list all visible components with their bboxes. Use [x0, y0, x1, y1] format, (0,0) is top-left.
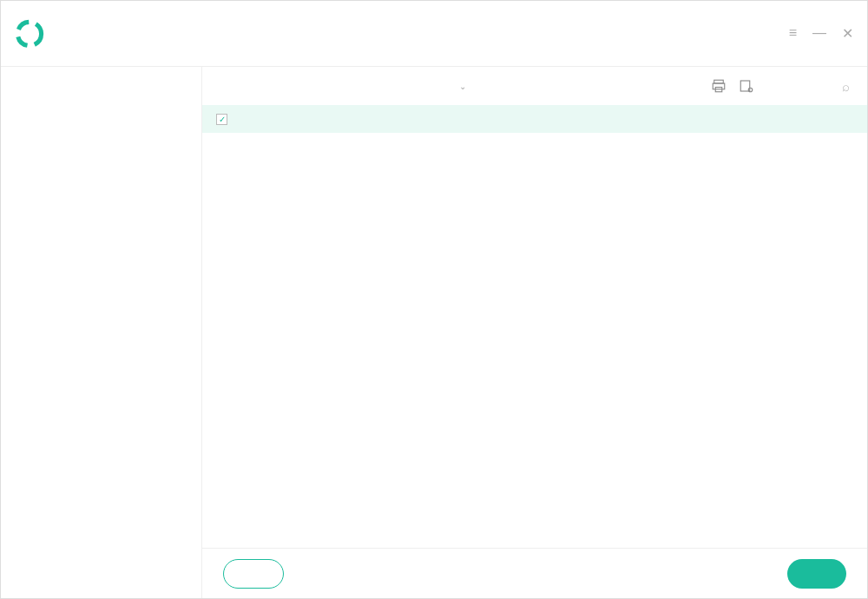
- print-icon[interactable]: [710, 77, 727, 95]
- sidebar[interactable]: [1, 67, 202, 598]
- svg-rect-2: [713, 83, 725, 89]
- content-pane: ⌄ ⌕: [202, 67, 867, 598]
- search-input[interactable]: [766, 80, 835, 92]
- app-window: ≡ — ✕ ⌄ ⌕: [0, 0, 868, 599]
- logo-icon: [15, 19, 44, 49]
- recover-button[interactable]: [787, 559, 846, 589]
- svg-point-5: [748, 88, 753, 92]
- table-rows[interactable]: [202, 133, 867, 548]
- back-button[interactable]: [223, 559, 284, 589]
- filter-dropdown[interactable]: ⌄: [220, 82, 700, 91]
- titlebar: ≡ — ✕: [1, 1, 867, 67]
- search-box[interactable]: ⌕: [766, 79, 850, 94]
- close-icon[interactable]: ✕: [842, 25, 853, 42]
- logo: [15, 19, 240, 49]
- search-icon[interactable]: ⌕: [842, 79, 850, 94]
- window-controls: ≡ — ✕: [789, 25, 853, 42]
- table-header: [202, 105, 867, 133]
- main-tabs: [240, 1, 789, 66]
- chevron-down-icon: ⌄: [459, 82, 466, 91]
- select-all-checkbox[interactable]: [216, 114, 227, 125]
- minimize-icon[interactable]: —: [812, 25, 826, 42]
- menu-icon[interactable]: ≡: [789, 25, 797, 42]
- svg-point-0: [17, 22, 41, 45]
- toolbar: ⌄ ⌕: [202, 67, 867, 105]
- settings-icon[interactable]: [738, 77, 755, 95]
- footer: [202, 548, 867, 598]
